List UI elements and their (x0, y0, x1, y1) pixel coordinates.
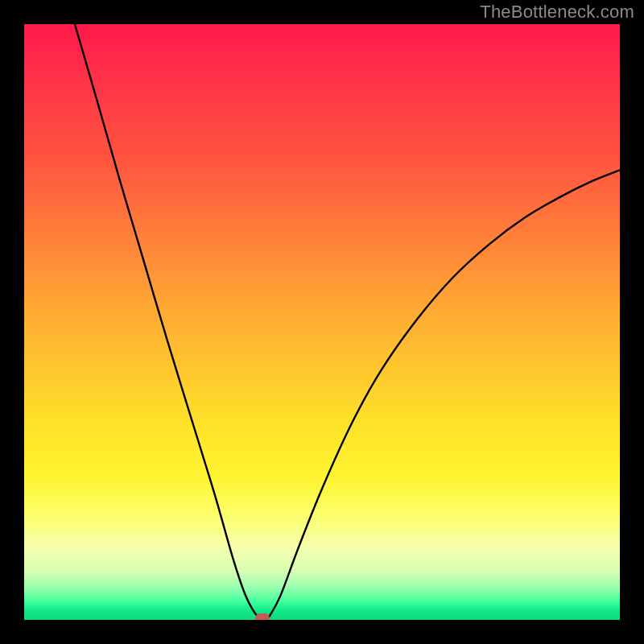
chart-frame: TheBottleneck.com (0, 0, 644, 644)
optimal-point-marker (255, 613, 270, 620)
curve-right-branch (268, 170, 620, 617)
curve-left-branch (75, 24, 259, 618)
plot-area (24, 24, 620, 620)
bottleneck-curve (24, 24, 620, 620)
watermark-text: TheBottleneck.com (480, 2, 634, 23)
